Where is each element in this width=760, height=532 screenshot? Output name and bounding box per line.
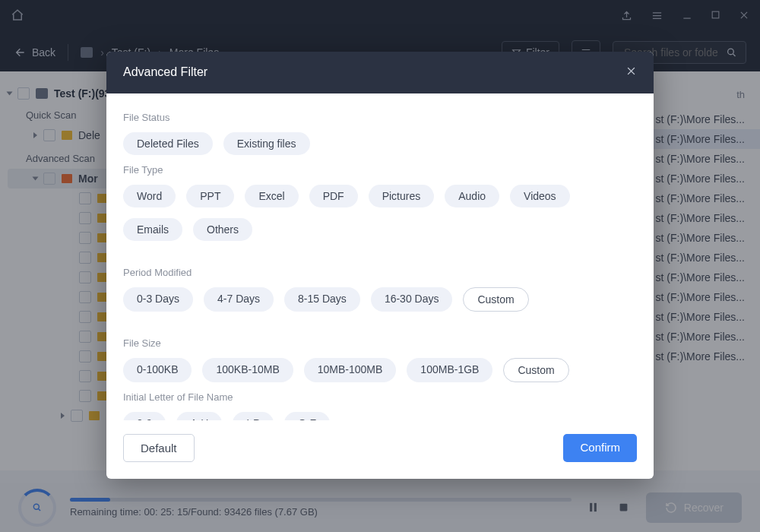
filter-pill-excel[interactable]: Excel <box>245 185 298 207</box>
filter-pill-i-p[interactable]: I-P <box>233 412 274 420</box>
filter-pill-audio[interactable]: Audio <box>445 185 499 207</box>
filter-pill-100mb-1gb[interactable]: 100MB-1GB <box>407 358 492 382</box>
modal-title: Advanced Filter <box>123 65 207 80</box>
filter-pill-custom[interactable]: Custom <box>463 287 528 312</box>
default-button[interactable]: Default <box>123 434 195 462</box>
section-period-label: Period Modified <box>123 267 637 278</box>
filter-pill-ppt[interactable]: PPT <box>186 185 234 207</box>
filter-pill-custom[interactable]: Custom <box>503 358 568 382</box>
filter-pill-word[interactable]: Word <box>123 185 176 207</box>
section-initial-label: Initial Letter of File Name <box>123 391 637 403</box>
filter-pill-emails[interactable]: Emails <box>123 218 182 241</box>
filter-pill-10mb-100mb[interactable]: 10MB-100MB <box>304 358 397 382</box>
filter-pill-0-3-days[interactable]: 0-3 Days <box>123 287 193 312</box>
modal-close-button[interactable] <box>625 65 637 80</box>
filter-pill-8-15-days[interactable]: 8-15 Days <box>284 287 360 312</box>
filter-pill-16-30-days[interactable]: 16-30 Days <box>371 287 453 312</box>
filter-pill-100kb-10mb[interactable]: 100KB-10MB <box>202 358 293 382</box>
filter-pill-a-h[interactable]: A-H <box>176 412 222 420</box>
filter-pill-pictures[interactable]: Pictures <box>369 185 435 207</box>
filter-pill-pdf[interactable]: PDF <box>309 185 358 207</box>
confirm-button[interactable]: Confirm <box>563 434 637 462</box>
section-filesize-label: File Size <box>123 337 637 349</box>
filter-pill-4-7-days[interactable]: 4-7 Days <box>204 287 274 312</box>
section-filetype-label: File Type <box>123 164 637 176</box>
filter-pill-existing-files[interactable]: Existing files <box>223 132 310 155</box>
section-filestatus-label: File Status <box>123 112 637 123</box>
filter-pill-0-100kb[interactable]: 0-100KB <box>123 358 192 382</box>
filter-pill-q-z[interactable]: Q-Z <box>284 412 330 420</box>
filter-pill-videos[interactable]: Videos <box>510 185 570 207</box>
filter-pill-others[interactable]: Others <box>193 218 252 241</box>
filter-pill-0-9[interactable]: 0-9 <box>123 412 166 420</box>
filter-pill-deleted-files[interactable]: Deleted Files <box>123 132 213 155</box>
advanced-filter-modal: Advanced Filter File Status Deleted File… <box>106 52 654 479</box>
